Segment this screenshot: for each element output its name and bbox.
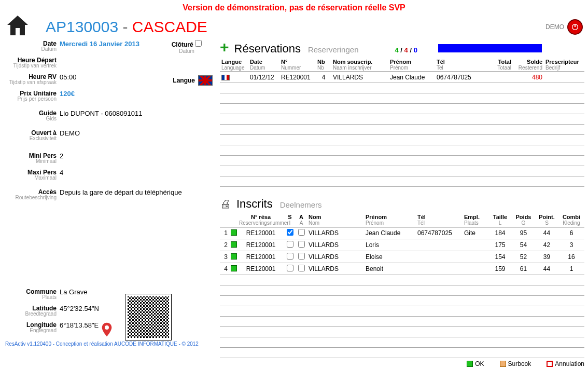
inscrit-row[interactable]: 1RE120001VILLARDSJean Claude0674787025Gi… [220,227,584,239]
inscrits-title: Inscrits [236,197,273,211]
a-checkbox[interactable] [298,229,305,236]
reservation-row[interactable]: 01/12/12RE1200014VILLARDSJean Claude0674… [220,72,584,83]
prix-value: 120€ [60,90,75,104]
reservation-row[interactable] [220,156,584,166]
cloture-field: Clôturé Datum [161,40,213,54]
status-ok-icon [231,265,237,271]
demo-banner: Version de démonstration, pas de réserva… [5,3,583,12]
inscrit-row[interactable] [220,296,584,306]
legend: OK Surbook Annulation [220,360,584,367]
demo-label: DEMO [545,23,564,31]
status-ok-icon [231,253,237,260]
reservation-row[interactable] [220,114,584,125]
power-button[interactable] [567,19,583,35]
ouvert-value: DEMO [60,129,80,144]
fr-flag-icon [221,75,230,80]
res-col-presc: PrescripteurBedrijf [544,58,584,72]
res-col-prenom: PrénomPrénom [388,58,435,72]
commune-value: La Grave [60,288,87,303]
reservation-row[interactable] [220,176,584,187]
reservation-row[interactable] [220,125,584,135]
inscrit-row[interactable] [220,337,584,348]
res-col-nom: Nom souscrip.Naam inschrijver [331,58,388,72]
reservation-row[interactable] [220,145,584,156]
map-pin-icon[interactable] [99,321,115,338]
guide-value: Lio DUPONT - 0608091011 [60,110,142,124]
svg-point-2 [105,325,109,330]
res-col-num: N°Nummer [279,58,316,72]
legend-surbook-icon [500,361,506,367]
reservations-title: Réservations [234,42,301,56]
inscrit-row[interactable] [220,285,584,296]
uk-flag-icon[interactable] [198,75,213,86]
qr-code [125,294,171,340]
reservation-row[interactable] [220,83,584,93]
reservations-subtitle: Reserveringen [308,45,359,54]
s-checkbox[interactable] [287,265,293,271]
legend-annulation-icon [547,361,553,367]
inscrit-row[interactable] [220,306,584,317]
longitude-value: 6°18'13.58"E [60,321,99,338]
inscrit-row[interactable] [220,327,584,337]
a-checkbox[interactable] [298,253,305,260]
s-checkbox[interactable] [287,229,293,236]
maxi-value: 4 [60,169,63,183]
res-col-langue: LangueLanguage [220,58,248,72]
reservations-table: LangueLanguageDateDatumN°NummerNbNbNom s… [220,58,584,187]
inscrit-row[interactable] [220,275,584,285]
inscrit-row[interactable]: 4RE120001VILLARDSBenoit15961441 [220,263,584,275]
reservation-row[interactable] [220,166,584,176]
reservation-counts: 4 / 4 / 0 [395,46,417,54]
status-ok-icon [231,229,237,236]
latitude-value: 45°2'32.54"N [60,305,99,319]
acces-value: Depuis la gare de départ du téléphérique [60,188,182,203]
s-checkbox[interactable] [287,253,293,260]
a-checkbox[interactable] [298,241,305,248]
home-icon[interactable] [5,13,30,40]
res-col-nb: NbNb [316,58,331,72]
inscrits-subtitle: Deelnemers [280,200,322,209]
page-title: AP130003 - CASCADE [46,18,207,36]
a-checkbox[interactable] [298,265,305,271]
res-col-solde: SoldeResterend [513,58,544,72]
inscrit-row[interactable] [220,317,584,327]
add-reservation-button[interactable]: + [220,42,229,52]
heure-rv-value: 05:00 [60,73,77,88]
inscrit-row[interactable]: 3RE120001VILLARDSEloise154523916 [220,251,584,263]
mini-value: 2 [60,152,63,167]
date-value: Mercredi 16 Janvier 2013 [60,40,139,54]
reservation-row[interactable] [220,104,584,114]
status-ok-icon [231,241,237,248]
reservation-row[interactable] [220,135,584,145]
reservation-row[interactable] [220,93,584,104]
progress-bar [438,44,542,52]
printer-icon[interactable]: 🖨 [220,197,231,211]
res-col-tel: TélTel [435,58,482,72]
inscrit-row[interactable] [220,348,584,358]
inscrit-row[interactable]: 2RE120001VILLARDSLoris17554423 [220,239,584,251]
cloture-checkbox[interactable] [195,40,202,47]
inscrits-table: N° résaReserveringsnummerSIAANomNomPréno… [220,213,584,358]
res-col-total: TotalTotaal [482,58,513,72]
footer-text: ResActiv v1.120400 - Conception et réali… [5,341,213,347]
legend-ok-icon [467,361,473,367]
res-col-date: DateDatum [248,58,279,72]
s-checkbox[interactable] [287,241,293,248]
langue-label: Langue [173,77,195,84]
